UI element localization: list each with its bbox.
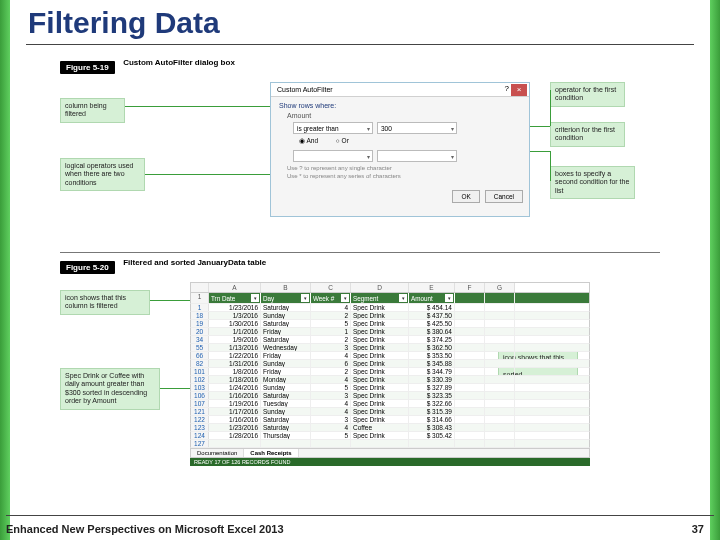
tab-documentation[interactable]: Documentation [191, 449, 244, 457]
cell-day[interactable] [261, 440, 311, 447]
cell-segment[interactable]: Spec Drink [351, 376, 409, 383]
cell-day[interactable]: Saturday [261, 336, 311, 343]
cell-amount[interactable]: $ 308.43 [409, 424, 455, 431]
table-row[interactable]: 191/30/2016Saturday5Spec Drink$ 425.50 [190, 320, 590, 328]
cell-segment[interactable]: Spec Drink [351, 344, 409, 351]
cell-date[interactable]: 1/3/2016 [209, 312, 261, 319]
cell-day[interactable]: Friday [261, 368, 311, 375]
table-row[interactable]: 1241/28/2016Thursday5Spec Drink$ 305.42 [190, 432, 590, 440]
cell-date[interactable]: 1/8/2016 [209, 368, 261, 375]
cell-week[interactable]: 4 [311, 352, 351, 359]
value1-combo[interactable]: 300 [377, 122, 457, 134]
cell-day[interactable]: Sunday [261, 408, 311, 415]
row-number[interactable]: 1 [191, 304, 209, 311]
table-row[interactable]: 1231/23/2016Saturday4Coffee$ 308.43 [190, 424, 590, 432]
cell-segment[interactable]: Spec Drink [351, 432, 409, 439]
cell-date[interactable]: 1/16/2016 [209, 392, 261, 399]
cell-amount[interactable]: $ 437.50 [409, 312, 455, 319]
cell-day[interactable]: Friday [261, 352, 311, 359]
row-number[interactable]: 127 [191, 440, 209, 447]
cell-segment[interactable]: Spec Drink [351, 336, 409, 343]
cell-segment[interactable]: Spec Drink [351, 368, 409, 375]
row-number[interactable]: 123 [191, 424, 209, 431]
table-row[interactable]: 1061/16/2016Saturday3Spec Drink$ 323.35 [190, 392, 590, 400]
row-number[interactable]: 20 [191, 328, 209, 335]
ok-button[interactable]: OK [452, 190, 479, 203]
th-day[interactable]: Day [261, 293, 311, 303]
cell-day[interactable]: Saturday [261, 304, 311, 311]
cell-date[interactable]: 1/17/2016 [209, 408, 261, 415]
colhdr-F[interactable]: F [455, 283, 485, 292]
cell-date[interactable]: 1/24/2016 [209, 384, 261, 391]
cell-segment[interactable]: Spec Drink [351, 416, 409, 423]
cell-date[interactable]: 1/13/2016 [209, 344, 261, 351]
cell-week[interactable]: 2 [311, 368, 351, 375]
cell-week[interactable] [311, 440, 351, 447]
th-week[interactable]: Week # [311, 293, 351, 303]
cell-date[interactable]: 1/1/2016 [209, 328, 261, 335]
colhdr-E[interactable]: E [409, 283, 455, 292]
row-number[interactable]: 106 [191, 392, 209, 399]
or-radio[interactable]: ○ Or [336, 137, 357, 144]
cell-day[interactable]: Friday [261, 328, 311, 335]
cell-day[interactable]: Sunday [261, 360, 311, 367]
cell-week[interactable]: 2 [311, 336, 351, 343]
cell-date[interactable] [209, 440, 261, 447]
row-number[interactable]: 66 [191, 352, 209, 359]
cell-segment[interactable]: Spec Drink [351, 392, 409, 399]
colhdr-D[interactable]: D [351, 283, 409, 292]
table-row[interactable]: 1031/24/2016Sunday5Spec Drink$ 327.89 [190, 384, 590, 392]
cell-segment[interactable]: Spec Drink [351, 400, 409, 407]
table-row[interactable]: 1021/18/2016Monday4Spec Drink$ 330.39 [190, 376, 590, 384]
row-number[interactable]: 18 [191, 312, 209, 319]
cell-segment[interactable]: Spec Drink [351, 352, 409, 359]
cell-week[interactable]: 3 [311, 392, 351, 399]
cell-segment[interactable]: Spec Drink [351, 312, 409, 319]
th-amount[interactable]: Amount [409, 293, 455, 303]
cell-day[interactable]: Saturday [261, 424, 311, 431]
th-trn-date[interactable]: Trn Date [209, 293, 261, 303]
table-row[interactable]: 11/23/2016Saturday4Spec Drink$ 454.14 [190, 304, 590, 312]
table-row[interactable]: 821/31/2016Sunday6Spec Drink$ 345.88 [190, 360, 590, 368]
cell-day[interactable]: Tuesday [261, 400, 311, 407]
cell-segment[interactable]: Spec Drink [351, 328, 409, 335]
row-number[interactable]: 34 [191, 336, 209, 343]
cell-segment[interactable]: Spec Drink [351, 304, 409, 311]
cell-week[interactable]: 4 [311, 376, 351, 383]
cell-week[interactable]: 3 [311, 344, 351, 351]
cell-week[interactable]: 4 [311, 304, 351, 311]
close-icon[interactable]: × [511, 84, 527, 96]
cell-segment[interactable]: Spec Drink [351, 360, 409, 367]
row-number[interactable]: 107 [191, 400, 209, 407]
row-number[interactable]: 19 [191, 320, 209, 327]
cell-week[interactable]: 3 [311, 416, 351, 423]
table-row[interactable]: 1221/16/2016Saturday3Spec Drink$ 314.66 [190, 416, 590, 424]
cell-date[interactable]: 1/19/2016 [209, 400, 261, 407]
cell-day[interactable]: Sunday [261, 384, 311, 391]
cell-week[interactable]: 4 [311, 424, 351, 431]
cell-week[interactable]: 5 [311, 320, 351, 327]
row-number[interactable]: 101 [191, 368, 209, 375]
cell-amount[interactable]: $ 315.39 [409, 408, 455, 415]
cell-amount[interactable] [409, 440, 455, 447]
row-number[interactable]: 102 [191, 376, 209, 383]
cell-amount[interactable]: $ 305.42 [409, 432, 455, 439]
table-row[interactable]: 1211/17/2016Sunday4Spec Drink$ 315.39 [190, 408, 590, 416]
cell-week[interactable]: 4 [311, 408, 351, 415]
cell-week[interactable]: 5 [311, 384, 351, 391]
cell-day[interactable]: Saturday [261, 392, 311, 399]
cell-segment[interactable]: Spec Drink [351, 320, 409, 327]
table-row[interactable]: 341/9/2016Saturday2Spec Drink$ 374.25 [190, 336, 590, 344]
cell-amount[interactable]: $ 454.14 [409, 304, 455, 311]
row-number[interactable]: 103 [191, 384, 209, 391]
cell-day[interactable]: Saturday [261, 320, 311, 327]
cancel-button[interactable]: Cancel [485, 190, 523, 203]
cell-amount[interactable]: $ 344.79 [409, 368, 455, 375]
cell-amount[interactable]: $ 345.88 [409, 360, 455, 367]
cell-date[interactable]: 1/28/2016 [209, 432, 261, 439]
dialog-help-icon[interactable]: ? [505, 84, 509, 93]
cell-amount[interactable]: $ 374.25 [409, 336, 455, 343]
cell-date[interactable]: 1/30/2016 [209, 320, 261, 327]
cell-date[interactable]: 1/16/2016 [209, 416, 261, 423]
th-segment[interactable]: Segment [351, 293, 409, 303]
